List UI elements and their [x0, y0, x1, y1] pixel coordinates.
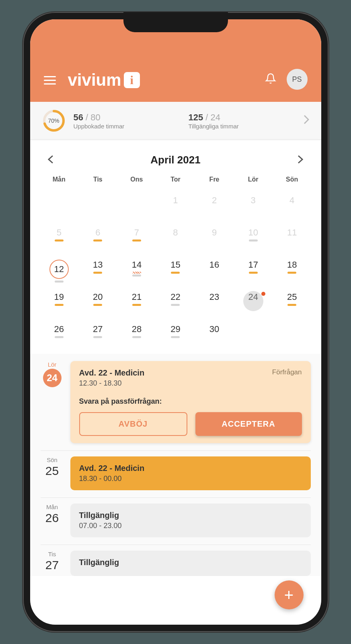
calendar-day-number: 18: [287, 260, 297, 270]
calendar-cell[interactable]: 8: [156, 227, 195, 253]
event-group: Mån26Tillgänglig07.00 - 23.00: [41, 498, 311, 537]
booked-value: 56: [74, 112, 83, 122]
calendar-day-number: 3: [251, 195, 256, 206]
event-day-number: 27: [41, 558, 64, 572]
calendar-day-number: 2: [212, 195, 217, 206]
header-left: vivium i: [44, 70, 140, 90]
event-title: Avd. 22 - Medicin: [79, 464, 302, 473]
calendar-cell[interactable]: 7: [117, 227, 156, 253]
booked-total: 80: [90, 112, 100, 122]
calendar-cell[interactable]: 23: [195, 292, 234, 318]
event-date: Mån26: [41, 504, 64, 537]
calendar-cell: [234, 324, 273, 350]
calendar-day-number: 8: [173, 227, 178, 238]
logo-badge-icon: i: [124, 72, 140, 88]
calendar-cell[interactable]: 28: [117, 324, 156, 350]
event-group: Tis27Tillgänglig: [41, 545, 311, 576]
calendar-day-number: 15: [170, 260, 180, 270]
event-card[interactable]: Avd. 22 - MedicinFörfrågan12.30 - 18.30S…: [70, 361, 311, 443]
event-time: 12.30 - 18.30: [79, 379, 302, 388]
calendar-cell[interactable]: 10: [234, 227, 273, 253]
calendar-cell[interactable]: 24: [234, 292, 273, 318]
avatar-initials: PS: [292, 75, 302, 84]
event-date: Tis27: [41, 551, 64, 576]
calendar-cell[interactable]: 22: [156, 292, 195, 318]
progress-text: 70%: [48, 118, 59, 124]
calendar-day-number: 12: [49, 260, 69, 279]
event-card[interactable]: Avd. 22 - Medicin18.30 - 00.00: [70, 456, 311, 490]
event-group: Sön25Avd. 22 - Medicin18.30 - 00.00: [41, 451, 311, 490]
event-day-number: 26: [41, 511, 64, 525]
event-day-name: Lör: [41, 361, 64, 368]
calendar-cell[interactable]: 3: [234, 195, 273, 221]
chevron-right-icon[interactable]: [304, 115, 309, 127]
event-title: Tillgänglig: [79, 558, 302, 567]
calendar-day-number: 14: [132, 260, 142, 270]
calendar-cell[interactable]: 12: [40, 260, 79, 285]
calendar-cell[interactable]: 5: [40, 227, 79, 253]
calendar-cell[interactable]: 6: [78, 227, 117, 253]
calendar-day-number: 27: [93, 324, 103, 334]
decline-button[interactable]: AVBÖJ: [79, 412, 187, 436]
avail-label: Tillgängliga timmar: [189, 123, 296, 130]
logo: vivium i: [68, 70, 140, 90]
calendar: April 2021 MånTisOnsTorFreLörSön12345678…: [30, 140, 321, 354]
calendar-cell[interactable]: 19: [40, 292, 79, 318]
calendar-cell[interactable]: 11: [273, 227, 312, 253]
calendar-cell[interactable]: 25: [273, 292, 312, 318]
event-date: Sön25: [41, 456, 64, 490]
event-day-name: Mån: [41, 504, 64, 510]
calendar-cell[interactable]: 1: [156, 195, 195, 221]
calendar-day-header: Fre: [195, 176, 234, 189]
event-title: Avd. 22 - Medicin: [79, 368, 145, 378]
header-right: PS: [265, 69, 308, 90]
event-day-name: Sön: [41, 456, 64, 463]
event-card[interactable]: Tillgänglig07.00 - 23.00: [70, 504, 311, 537]
calendar-cell[interactable]: 26: [40, 324, 79, 350]
calendar-day-number: 19: [54, 292, 64, 302]
calendar-cell: [40, 195, 79, 221]
calendar-day-number: 16: [209, 260, 219, 270]
event-day-number: 25: [41, 464, 64, 478]
calendar-day-number: 22: [170, 292, 180, 302]
calendar-cell[interactable]: 21: [117, 292, 156, 318]
calendar-cell[interactable]: 4: [273, 195, 312, 221]
avatar[interactable]: PS: [287, 69, 308, 90]
events-list: Lör24Avd. 22 - MedicinFörfrågan12.30 - 1…: [30, 354, 321, 576]
accept-button[interactable]: ACCEPTERA: [195, 412, 302, 436]
calendar-cell[interactable]: 29: [156, 324, 195, 350]
event-card[interactable]: Tillgänglig: [70, 551, 311, 576]
calendar-day-number: 10: [248, 227, 258, 238]
prev-month-icon[interactable]: [48, 155, 53, 165]
calendar-cell[interactable]: 14: [117, 260, 156, 285]
calendar-day-number: 11: [287, 227, 297, 238]
add-button[interactable]: +: [275, 580, 304, 609]
stats-bar[interactable]: 70% 56 / 80 Uppbokade timmar 125 / 24 Ti…: [30, 102, 321, 140]
calendar-cell[interactable]: 15: [156, 260, 195, 285]
calendar-day-number: 25: [287, 292, 297, 302]
calendar-cell[interactable]: 13: [78, 260, 117, 285]
calendar-cell[interactable]: 20: [78, 292, 117, 318]
phone-frame: vivium i PS 70%: [23, 12, 328, 632]
calendar-day-header: Tor: [156, 176, 195, 189]
calendar-cell[interactable]: 18: [273, 260, 312, 285]
calendar-cell: [117, 195, 156, 221]
calendar-cell[interactable]: 30: [195, 324, 234, 350]
calendar-title: April 2021: [150, 154, 200, 166]
event-title: Tillgänglig: [79, 511, 302, 520]
event-time: 18.30 - 00.00: [79, 475, 302, 483]
avail-value: 125: [189, 112, 203, 122]
event-group: Lör24Avd. 22 - MedicinFörfrågan12.30 - 1…: [41, 361, 311, 443]
notch: [123, 12, 228, 32]
calendar-cell[interactable]: 27: [78, 324, 117, 350]
booked-label: Uppbokade timmar: [74, 123, 181, 130]
calendar-day-header: Sön: [273, 176, 312, 189]
bell-icon[interactable]: [265, 73, 276, 86]
calendar-cell[interactable]: 17: [234, 260, 273, 285]
menu-icon[interactable]: [44, 76, 56, 85]
calendar-day-number: 17: [248, 260, 258, 270]
calendar-cell[interactable]: 9: [195, 227, 234, 253]
calendar-cell[interactable]: 16: [195, 260, 234, 285]
calendar-cell[interactable]: 2: [195, 195, 234, 221]
next-month-icon[interactable]: [298, 155, 303, 165]
